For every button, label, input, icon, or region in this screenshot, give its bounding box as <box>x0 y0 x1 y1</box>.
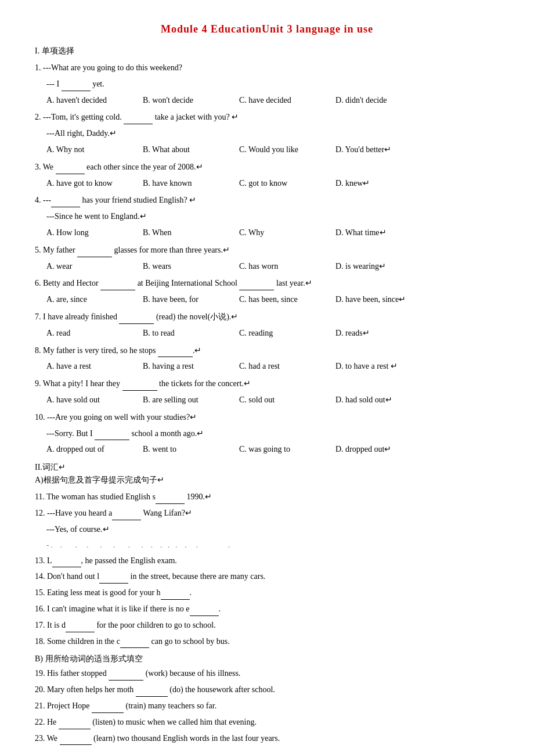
q5-options: A. wear B. wears C. has worn D. is weari… <box>46 260 499 273</box>
section1-label: I. 单项选择 <box>35 46 499 56</box>
q16-text: I can't imagine what it is like if there… <box>47 604 221 613</box>
q5-optD: D. is wearing↵ <box>335 260 423 273</box>
q5-optC: C. has worn <box>239 260 326 273</box>
q4-optB: B. When <box>143 226 230 240</box>
q21-num: 21. <box>35 701 47 710</box>
q2-options: A. Why not B. What about C. Would you li… <box>46 143 499 157</box>
question-10: 10. ---Are you going on well with your s… <box>35 411 499 424</box>
question-6: 6. Betty and Hector at Beijing Internati… <box>35 276 499 290</box>
q10-options: A. dropped out of B. went to C. was goin… <box>46 442 499 456</box>
question-2: 2. ---Tom, it's getting cold. take a jac… <box>35 110 499 124</box>
q7-optA: A. read <box>46 326 134 340</box>
q7-num: 7. <box>35 312 43 321</box>
q1-dialog2: --- I yet. <box>46 77 499 91</box>
question-5: 5. My father glasses for more than three… <box>35 243 499 257</box>
q2-dialog2: ---All right, Daddy.↵ <box>46 127 499 141</box>
q22-num: 22. <box>35 718 47 726</box>
q1-options: A. haven't decided B. won't decide C. ha… <box>46 93 499 107</box>
q8-text: My father is very tired, so he stops .↵ <box>43 346 201 355</box>
q15-num: 15. <box>35 588 47 597</box>
q10-optD: D. dropped out↵ <box>335 442 423 456</box>
q14-text: Don't hand out l in the street, because … <box>47 572 265 581</box>
q4-optD: D. What time↵ <box>335 226 423 240</box>
q1-optD: D. didn't decide <box>335 93 423 107</box>
q13-text: L, he passed the English exam. <box>47 556 177 565</box>
q20-num: 20. <box>35 685 47 694</box>
q7-text: I have already finished (read) the novel… <box>43 312 238 321</box>
q7-optD: D. reads↵ <box>335 326 423 340</box>
q10-optB: B. went to <box>143 442 230 456</box>
question-22: 22. He (listen) to music when we called … <box>35 715 499 729</box>
q1-optA: A. haven't decided <box>46 93 134 107</box>
q1-num: 1. <box>35 63 43 72</box>
question-7: 7. I have already finished (read) the no… <box>35 310 499 324</box>
q4-dialog2: ---Since he went to England.↵ <box>46 210 499 224</box>
question-13: 13. L, he passed the English exam. <box>35 554 499 568</box>
question-14: 14. Don't hand out l in the street, beca… <box>35 570 499 584</box>
q16-num: 16. <box>35 604 47 613</box>
q9-options: A. have sold out B. are selling out C. s… <box>46 393 499 407</box>
q6-optC: C. has been, since <box>239 293 326 307</box>
q7-options: A. read B. to read C. reading D. reads↵ <box>46 326 499 340</box>
q6-options: A. are, since B. have been, for C. has b… <box>46 293 499 307</box>
question-3: 3. We each other since the year of 2008.… <box>35 160 499 174</box>
q3-optC: C. got to know <box>239 177 326 190</box>
question-9: 9. What a pity! I hear they the tickets … <box>35 377 499 391</box>
q4-num: 4. <box>35 196 43 204</box>
question-11: 11. The woman has studied English s 1990… <box>35 490 499 504</box>
q6-num: 6. <box>35 279 43 287</box>
q3-optD: D. knew↵ <box>335 177 423 190</box>
q10-optA: A. dropped out of <box>46 442 134 456</box>
q9-optD: D. had sold out↵ <box>335 393 423 407</box>
q6-text: Betty and Hector at Beijing Internationa… <box>43 279 312 287</box>
q1-optB: B. won't decide <box>143 93 230 107</box>
q12-dialog2: ---Yes, of course.↵ <box>46 523 499 537</box>
question-18: 18. Some children in the c can go to sch… <box>35 635 499 649</box>
q10-dialog2: ---Sorry. But I school a month ago.↵ <box>46 427 499 441</box>
q10-num: 10. <box>35 413 47 422</box>
q1-optC: C. have decided <box>239 93 326 107</box>
page-title: Module 4 EducationUnit 3 language in use <box>35 23 499 35</box>
q5-optB: B. wears <box>143 260 230 273</box>
q12-dots: - . . . . . . . . . . . . . . . <box>46 539 499 552</box>
q3-options: A. have got to know B. have known C. got… <box>46 177 499 190</box>
q10-text: ---Are you going on well with your studi… <box>47 413 197 422</box>
q23-text: We (learn) two thousand English words in… <box>47 734 280 743</box>
q10-optC: C. was going to <box>239 442 326 456</box>
q8-optB: B. having a rest <box>143 359 230 373</box>
q22-text: He (listen) to music when we called him … <box>47 718 257 726</box>
q4-text: --- has your friend studied English? ↵ <box>43 196 196 204</box>
q19-text: His father stopped (work) because of his… <box>47 669 240 678</box>
q20-text: Mary often helps her moth (do) the house… <box>47 685 275 694</box>
q8-optA: A. have a rest <box>46 359 134 373</box>
q5-text: My father glasses for more than three ye… <box>43 246 230 254</box>
q14-num: 14. <box>35 572 47 581</box>
q5-num: 5. <box>35 246 43 254</box>
q1-text: ---What are you going to do this weekend… <box>43 63 182 72</box>
q2-text: ---Tom, it's getting cold. take a jacket… <box>43 113 239 121</box>
q8-optD: D. to have a rest ↵ <box>335 359 423 373</box>
q9-text: What a pity! I hear they the tickets for… <box>43 379 251 388</box>
q2-optC: C. Would you like <box>239 143 326 157</box>
q8-options: A. have a rest B. having a rest C. had a… <box>46 359 499 373</box>
q9-num: 9. <box>35 379 43 388</box>
question-20: 20. Mary often helps her moth (do) the h… <box>35 683 499 697</box>
q17-num: 17. <box>35 621 47 629</box>
q12-num: 12. <box>35 509 47 517</box>
q3-optA: A. have got to know <box>46 177 134 190</box>
q4-options: A. How long B. When C. Why D. What time↵ <box>46 226 499 240</box>
q17-text: It is d for the poor children to go to s… <box>47 621 216 629</box>
question-8: 8. My father is very tired, so he stops … <box>35 344 499 358</box>
q9-optB: B. are selling out <box>143 393 230 407</box>
q18-num: 18. <box>35 637 47 646</box>
q12-text: ---Have you heard a Wang Lifan?↵ <box>47 509 192 517</box>
q21-text: Project Hope (train) many teachers so fa… <box>47 701 217 710</box>
q4-optC: C. Why <box>239 226 326 240</box>
q13-num: 13. <box>35 556 47 565</box>
q6-optD: D. have been, since↵ <box>335 293 423 307</box>
q2-optB: B. What about <box>143 143 230 157</box>
q15-text: Eating less meat is good for your h. <box>47 588 192 597</box>
q7-optC: C. reading <box>239 326 326 340</box>
q8-optC: C. had a rest <box>239 359 326 373</box>
question-4: 4. --- has your friend studied English? … <box>35 193 499 207</box>
